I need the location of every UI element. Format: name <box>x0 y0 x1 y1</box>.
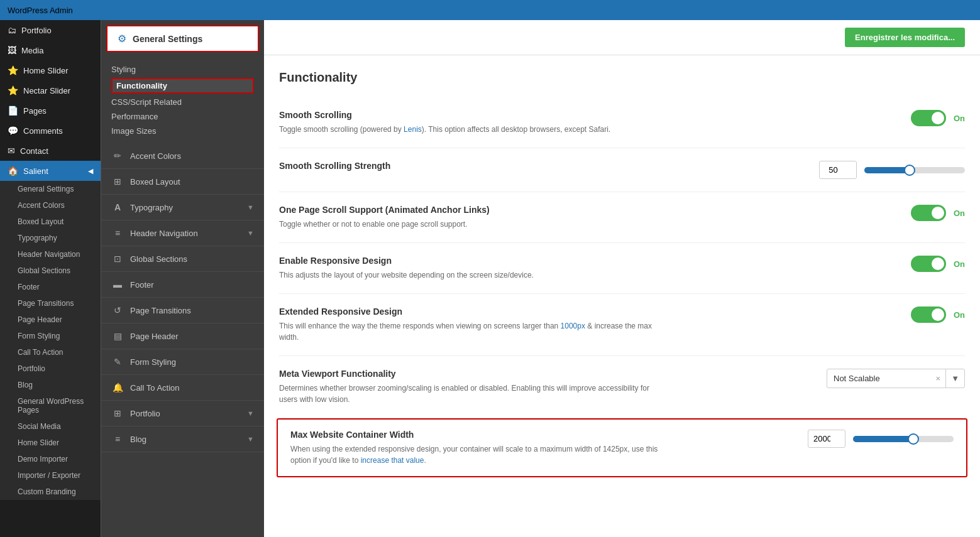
boxed-layout-icon: ⊞ <box>111 176 124 187</box>
one-page-scroll-toggle[interactable] <box>911 205 946 221</box>
setting-label: Extended Responsive Design <box>279 306 656 317</box>
typography-icon: A <box>111 202 124 212</box>
range-thumb[interactable] <box>908 433 919 445</box>
sub-link-performance[interactable]: Performance <box>111 109 254 124</box>
sub-gw-pages[interactable]: General WordPress Pages <box>0 393 101 418</box>
header-nav-icon: ≡ <box>111 228 124 238</box>
sidebar-item-label: Media <box>21 46 43 55</box>
general-settings-header[interactable]: ⚙ General Settings <box>106 25 259 52</box>
setting-desc: Determines whether browser zooming/scali… <box>279 382 656 405</box>
smooth-scrolling-toggle[interactable] <box>911 110 946 126</box>
sidebar-item-pages[interactable]: 📄 Pages <box>0 100 101 121</box>
setting-desc: This will enhance the way the theme resp… <box>279 320 656 343</box>
max-width-number-input[interactable] <box>808 430 845 448</box>
toggle-on-label: On <box>954 114 965 123</box>
extended-responsive-toggle[interactable] <box>911 306 946 323</box>
sub-blog[interactable]: Blog <box>0 377 101 393</box>
nav-page-transitions[interactable]: ↺ Page Transitions <box>101 298 264 323</box>
select-clear-button[interactable]: × <box>931 369 947 388</box>
sidebar-item-home-slider[interactable]: ⭐ Home Slider <box>0 60 101 80</box>
portfolio-nav-icon: ⊞ <box>111 408 124 418</box>
sub-boxed-layout[interactable]: Boxed Layout <box>0 214 101 230</box>
sub-page-header[interactable]: Page Header <box>0 312 101 328</box>
sidebar-item-portfolio[interactable]: 🗂 Portfolio <box>0 20 101 40</box>
nav-typography[interactable]: A Typography ▼ <box>101 195 264 220</box>
range-track[interactable] <box>864 167 965 173</box>
sub-link-styling[interactable]: Styling <box>111 62 254 77</box>
select-value: Not Scalable <box>827 369 931 388</box>
nav-label: Blog <box>130 435 146 444</box>
range-track[interactable] <box>853 436 954 442</box>
nav-call-to-action[interactable]: 🔔 Call To Action <box>101 375 264 401</box>
one-page-scroll-control: On <box>898 205 965 221</box>
accent-colors-icon: ✏ <box>111 151 124 161</box>
sub-call-to-action[interactable]: Call To Action <box>0 344 101 361</box>
nav-footer[interactable]: ▬ Footer <box>101 272 264 298</box>
max-width-range <box>853 436 954 442</box>
sidebar-item-media[interactable]: 🖼 Media <box>0 40 101 60</box>
gear-icon: ⚙ <box>118 33 126 45</box>
range-thumb[interactable] <box>904 165 915 176</box>
setting-smooth-scrolling-strength: Smooth Scrolling Strength <box>279 148 965 192</box>
sub-link-css-script[interactable]: CSS/Script Related <box>111 95 254 109</box>
sub-custom-branding[interactable]: Custom Branding <box>0 484 101 500</box>
setting-desc: This adjusts the layout of your website … <box>279 269 656 281</box>
sidebar-item-salient[interactable]: 🏠 Salient ◀ <box>0 161 101 181</box>
sub-link-functionality-wrapper[interactable]: Functionality <box>111 78 254 94</box>
sidebar-item-nectar-slider[interactable]: ⭐ Nectar Slider <box>0 80 101 100</box>
sub-importer-exporter[interactable]: Importer / Exporter <box>0 467 101 484</box>
sub-global-sections[interactable]: Global Sections <box>0 263 101 279</box>
content-header: Enregistrer les modifica... <box>264 20 980 55</box>
nav-global-sections[interactable]: ⊡ Global Sections <box>101 246 264 272</box>
sub-demo-importer[interactable]: Demo Importer <box>0 451 101 467</box>
sub-home-slider2[interactable]: Home Slider <box>0 435 101 451</box>
chevron-icon: ▼ <box>247 229 254 237</box>
nav-label: Page Transitions <box>130 306 191 315</box>
toggle-slider <box>911 306 946 323</box>
nav-form-styling[interactable]: ✎ Form Styling <box>101 349 264 375</box>
strength-number-input[interactable] <box>819 161 857 179</box>
nav-accent-colors[interactable]: ✏ Accent Colors <box>101 143 264 169</box>
sidebar-item-contact[interactable]: ✉ Contact <box>0 141 101 161</box>
nav-label: Global Sections <box>130 254 187 264</box>
sub-footer[interactable]: Footer <box>0 279 101 295</box>
toggle-on-label: On <box>954 259 965 269</box>
sidebar-item-comments[interactable]: 💬 Comments <box>0 121 101 141</box>
chevron-icon: ▼ <box>247 410 254 417</box>
global-sections-icon: ⊡ <box>111 254 124 264</box>
sub-portfolio[interactable]: Portfolio <box>0 361 101 377</box>
nav-blog[interactable]: ≡ Blog ▼ <box>101 426 264 452</box>
sub-link-image-sizes[interactable]: Image Sizes <box>111 124 254 138</box>
nav-header-navigation[interactable]: ≡ Header Navigation ▼ <box>101 220 264 246</box>
nav-boxed-layout[interactable]: ⊞ Boxed Layout <box>101 169 264 195</box>
portfolio-icon: 🗂 <box>8 25 16 35</box>
main-content: Enregistrer les modifica... Functionalit… <box>264 20 980 537</box>
sub-form-styling[interactable]: Form Styling <box>0 328 101 344</box>
sub-social-media[interactable]: Social Media <box>0 418 101 435</box>
setting-max-container-width: Max Website Container Width When using t… <box>277 418 967 477</box>
page-transitions-icon: ↺ <box>111 305 124 315</box>
sub-typography[interactable]: Typography <box>0 230 101 246</box>
meta-viewport-select[interactable]: Not Scalable × ▼ <box>827 369 965 388</box>
sub-header-navigation[interactable]: Header Navigation <box>0 246 101 263</box>
call-to-action-icon: 🔔 <box>111 382 124 393</box>
sub-link-functionality[interactable]: Functionality <box>116 81 167 90</box>
strength-control <box>807 161 965 179</box>
setting-label: Smooth Scrolling Strength <box>279 161 656 171</box>
sub-accent-colors[interactable]: Accent Colors <box>0 197 101 214</box>
strength-range <box>864 167 965 173</box>
max-width-control <box>795 430 954 448</box>
select-arrow-icon[interactable]: ▼ <box>946 369 964 388</box>
media-icon: 🖼 <box>8 45 16 55</box>
save-button[interactable]: Enregistrer les modifica... <box>845 28 965 47</box>
range-fill <box>864 167 910 173</box>
setting-desc: Toggle whether or not to enable one page… <box>279 219 656 230</box>
salient-icon: 🏠 <box>8 166 18 176</box>
responsive-toggle[interactable] <box>911 256 946 272</box>
nav-label: Footer <box>130 280 154 290</box>
nav-portfolio[interactable]: ⊞ Portfolio ▼ <box>101 401 264 426</box>
setting-label: Smooth Scrolling <box>279 110 656 120</box>
nav-page-header[interactable]: ▤ Page Header <box>101 323 264 349</box>
sub-page-transitions[interactable]: Page Transitions <box>0 295 101 312</box>
sub-general-settings[interactable]: General Settings <box>0 181 101 197</box>
